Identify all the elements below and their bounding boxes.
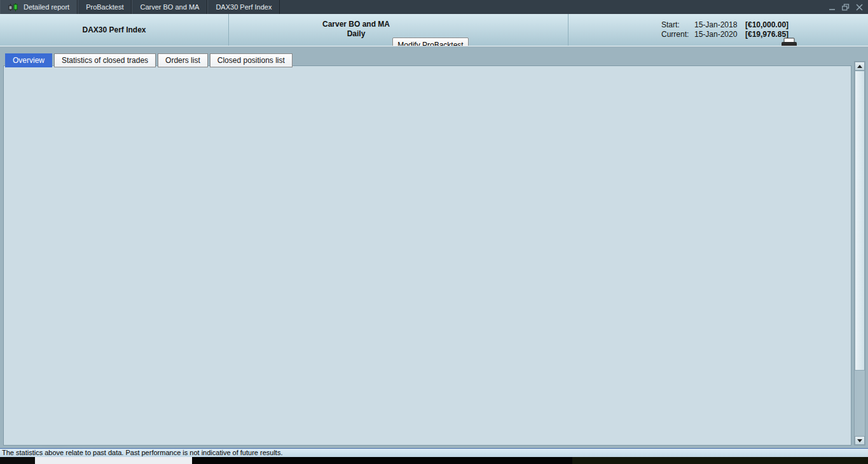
status-bar: The statistics above relate to past data… (0, 448, 868, 457)
start-label: Start: (661, 20, 694, 30)
titlebar-tab-dax30-perf-index[interactable]: DAX30 Perf Index (207, 0, 280, 14)
titlebar-tab-carver-bo-and-ma[interactable]: Carver BO and MA (132, 0, 207, 14)
strategy-name-line: Carver BO and MA (293, 20, 420, 29)
close-icon[interactable] (856, 4, 863, 11)
minimize-button[interactable] (829, 4, 836, 11)
titlebar: Detailed report ProBacktest Carver BO an… (0, 0, 868, 14)
tab-statistics-of-closed-trades[interactable]: Statistics of closed trades (54, 53, 156, 67)
titlebar-tab-label: Detailed report (24, 3, 69, 11)
titlebar-tab-label: ProBacktest (86, 3, 123, 11)
titlebar-tab-probacktest[interactable]: ProBacktest (78, 0, 132, 14)
titlebar-tab-detailed-report[interactable]: Detailed report (0, 0, 78, 14)
scrollbar-thumb[interactable] (855, 71, 865, 371)
triangle-down-icon (857, 439, 862, 442)
tab-overview[interactable]: Overview (5, 53, 52, 67)
titlebar-tab-label: Carver BO and MA (140, 3, 199, 11)
start-date: 15-Jan-2018 (694, 20, 745, 30)
tab-closed-positions-list[interactable]: Closed positions list (210, 53, 293, 67)
scroll-down-button[interactable] (855, 436, 865, 445)
start-capital: [€10,000.00] (745, 20, 789, 30)
taskbar-strip (0, 457, 868, 464)
triangle-up-icon (857, 65, 862, 68)
tab-orders-list[interactable]: Orders list (158, 53, 208, 67)
current-date: 15-Jan-2020 (694, 30, 745, 39)
restore-button[interactable] (842, 4, 850, 11)
overview-panel (3, 65, 851, 446)
instrument-name: DAX30 Perf Index (0, 14, 228, 46)
titlebar-tab-label: DAX30 Perf Index (216, 3, 272, 11)
probacktest-detailed-report-window: Detailed report ProBacktest Carver BO an… (0, 0, 868, 464)
current-label: Current: (661, 30, 694, 39)
vertical-scrollbar[interactable] (854, 61, 865, 446)
report-header: DAX30 Perf Index Carver BO and MA Daily … (0, 14, 868, 46)
scroll-up-button[interactable] (855, 62, 865, 71)
window-controls (829, 0, 868, 14)
capital-summary: Start: 15-Jan-2018 [€10,000.00] Current:… (661, 20, 789, 39)
candlestick-chart-icon (8, 3, 19, 12)
report-tabs: Overview Statistics of closed trades Ord… (5, 53, 293, 67)
header-separator (568, 14, 568, 46)
header-separator (228, 14, 229, 46)
strategy-name: Carver BO and MA Daily (293, 20, 420, 39)
